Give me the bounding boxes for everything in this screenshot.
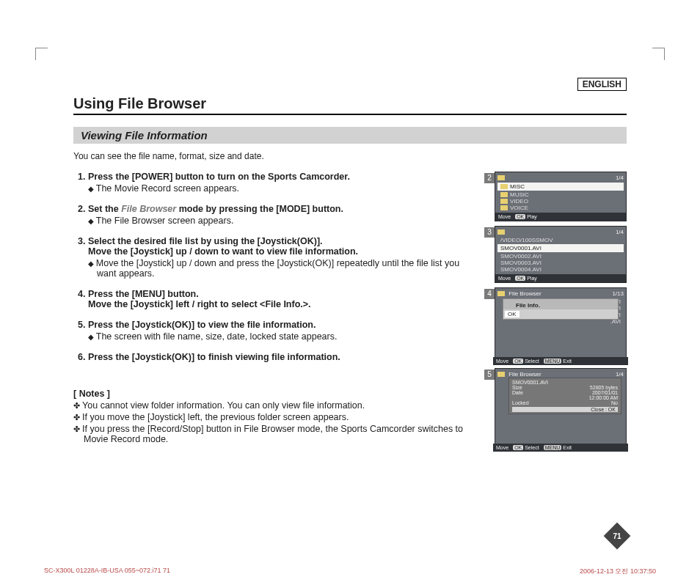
list-item: SMOV0003.AVI [497,260,624,266]
folder-icon [497,291,505,296]
menu-pill-icon: MENU [544,445,562,450]
folder-icon [500,192,508,197]
list-item: MUSIC [497,191,624,198]
ok-pill-icon: OK [513,359,523,364]
screenshot-4: 4 File Browser1/13 .AVI .AVI .AVI .AVI F… [495,287,627,364]
list-item: VIDEO [497,198,624,205]
note-item: If you move the [Joystick] left, the pre… [84,412,477,422]
step-5-sub: The screen with file name, size, date, l… [88,331,477,342]
step-6: Press the [Joystick(OK)] to finish viewi… [88,352,477,362]
instructions-column: Press the [POWER] button to turn on the … [73,172,477,455]
intro-text: You can see the file name, format, size … [73,151,627,161]
notes-list: You cannot view folder information. You … [73,400,477,444]
ok-pill-icon: OK [515,276,525,281]
lock-icon [506,300,514,307]
step-3-sub: Move the [Joystick] up / down and press … [88,258,477,279]
step-3: Select the desired file list by using th… [88,236,477,279]
ok-button: OK [505,311,519,317]
lcd-screen: File Browser1/4 SMOV0001.AVI Size52805 b… [495,368,627,450]
lcd-screen: 1/4 MISC MUSIC VIDEO VOICE MoveOK Play [495,172,627,221]
step-badge: 5 [484,370,495,380]
section-subtitle: Viewing File Information [73,127,627,144]
notes-heading: [ Notes ] [73,389,477,399]
step-1-sub: The Movie Record screen appears. [88,183,477,194]
screenshot-2: 2 1/4 MISC MUSIC VIDEO VOICE MoveOK Play [495,172,627,221]
list-item: SMOV0004.AVI [497,266,624,273]
step-2-sub: The File Browser screen appears. [88,216,477,226]
footer-right: 2006-12-13 오전 10:37:50 [580,567,656,576]
language-tag: ENGLISH [577,78,627,91]
step-badge: 2 [484,173,495,183]
close-ok-bar: Close : OK [512,407,618,412]
divider [73,114,627,115]
note-item: If you press the [Record/Stop] button in… [84,424,477,444]
ok-pill-icon: OK [515,214,525,219]
file-info-details: SMOV0001.AVI Size52805 bytes Date2007/01… [508,378,621,414]
menu-pill-icon: MENU [544,359,562,364]
step-1: Press the [POWER] button to turn on the … [88,172,477,194]
list-item: MISC [497,183,624,191]
folder-icon [497,175,505,180]
folder-icon [500,184,508,189]
folder-icon [497,229,505,235]
breadcrumb: /VIDEO/100SSMOV [497,237,624,243]
page-number-badge: 71 [608,526,627,545]
step-badge: 3 [484,227,495,238]
manual-page: ENGLISH Using File Browser Viewing File … [0,0,700,588]
list-item: VOICE [497,205,624,211]
step-4: Press the [MENU] button.Move the [Joysti… [88,289,477,309]
content-row: Press the [POWER] button to turn on the … [73,172,627,455]
folder-icon [500,205,508,210]
crop-mark-icon [652,48,665,60]
list-item: SMOV0001.AVI [497,244,624,252]
screenshots-column: 2 1/4 MISC MUSIC VIDEO VOICE MoveOK Play… [495,172,627,455]
file-info-popup: File Info. OK [503,298,619,320]
lcd-screen: 1/4 /VIDEO/100SSMOV SMOV0001.AVI SMOV000… [495,226,627,283]
print-footer: SC-X300L 01228A-IB-USA 055~072.i71 71 20… [44,567,656,576]
page-title: Using File Browser [73,95,627,112]
folder-icon [500,199,508,204]
crop-mark-icon [35,48,48,60]
ok-pill-icon: OK [513,445,523,450]
step-5: Press the [Joystick(OK)] to view the fil… [88,320,477,342]
step-badge: 4 [484,289,495,299]
list-item: SMOV0002.AVI [497,253,624,260]
folder-icon [497,372,505,377]
screenshot-5: 5 File Browser1/4 SMOV0001.AVI Size52805… [495,368,627,450]
steps-list: Press the [POWER] button to turn on the … [73,172,477,362]
lcd-screen: File Browser1/13 .AVI .AVI .AVI .AVI Fil… [495,287,627,364]
note-item: You cannot view folder information. You … [84,400,477,411]
screenshot-3: 3 1/4 /VIDEO/100SSMOV SMOV0001.AVI SMOV0… [495,226,627,283]
footer-left: SC-X300L 01228A-IB-USA 055~072.i71 71 [44,567,170,576]
step-2: Set the File Browser mode by pressing th… [88,204,477,226]
